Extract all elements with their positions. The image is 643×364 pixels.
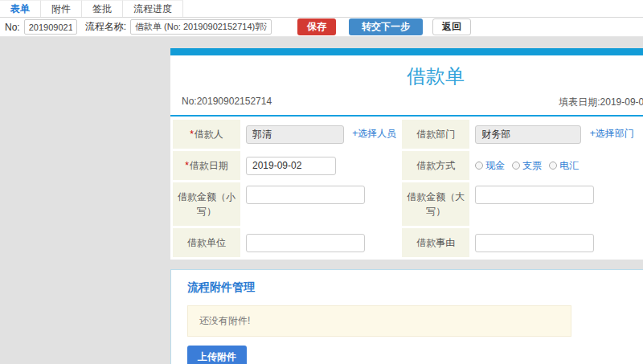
- tab-attachment[interactable]: 附件: [41, 0, 82, 17]
- table-row: 借款金额（小写） 借款金额（大写）: [173, 182, 643, 226]
- required-mark: *: [190, 129, 194, 140]
- process-name-input[interactable]: [130, 19, 272, 35]
- attachments-heading: 流程附件管理: [187, 280, 643, 295]
- cash-radio-label: 现金: [485, 159, 505, 173]
- unit-label-cell: 借款单位: [173, 228, 240, 257]
- unit-field-cell: [243, 228, 399, 257]
- required-mark: *: [185, 160, 189, 171]
- payment-method-radio-group: 现金 支票 电汇: [475, 159, 579, 173]
- loan-form-card: 借款单 No:20190902152714 填表日期:2019-09-02 15…: [170, 48, 643, 260]
- no-label: No:: [5, 22, 20, 33]
- panel-accent-bar: [170, 48, 643, 55]
- department-label: 借款部门: [416, 129, 455, 140]
- select-department-link[interactable]: +选择部门: [590, 128, 634, 139]
- form-meta-row: No:20190902152714 填表日期:2019-09-02 15:27:…: [170, 96, 643, 115]
- amount-big-field-cell: [472, 182, 643, 226]
- page-title: 借款单: [170, 55, 643, 96]
- tab-approval[interactable]: 签批: [82, 0, 123, 17]
- cash-radio[interactable]: 现金: [475, 159, 505, 173]
- table-row: *借款日期 借款方式 现金 支票 电汇: [173, 151, 643, 180]
- amount-small-field-cell: [243, 182, 399, 226]
- department-field-cell: +选择部门: [472, 120, 643, 149]
- cheque-radio-label: 支票: [522, 159, 542, 173]
- date-label: 借款日期: [190, 160, 228, 171]
- form-date-text: 填表日期:2019-09-02 15:27:14: [559, 96, 643, 109]
- date-label-cell: *借款日期: [173, 151, 240, 180]
- tab-form[interactable]: 表单: [0, 0, 41, 17]
- tab-bar: 表单 附件 签批 流程进度: [0, 0, 643, 18]
- tab-progress[interactable]: 流程进度: [123, 0, 183, 17]
- header: 表单 附件 签批 流程进度 No: 流程名称: 保存 转交下一步 返回: [0, 0, 643, 37]
- action-toolbar: No: 流程名称: 保存 转交下一步 返回: [0, 18, 643, 37]
- method-label: 借款方式: [416, 160, 455, 171]
- wire-radio-label: 电汇: [559, 159, 579, 173]
- method-label-cell: 借款方式: [402, 151, 469, 180]
- table-row: *借款人 +选择人员 借款部门 +选择部门: [173, 120, 643, 149]
- no-attachments-alert: 还没有附件!: [187, 305, 571, 337]
- process-name-label: 流程名称:: [85, 20, 126, 34]
- wire-radio[interactable]: 电汇: [549, 159, 579, 173]
- method-field-cell: 现金 支票 电汇: [472, 151, 643, 180]
- amount-small-label: 借款金额（小写）: [178, 191, 235, 217]
- unit-label: 借款单位: [187, 237, 226, 248]
- next-step-button[interactable]: 转交下一步: [349, 18, 423, 35]
- amount-small-input[interactable]: [246, 186, 365, 204]
- amount-small-label-cell: 借款金额（小写）: [173, 182, 240, 226]
- amount-big-label-cell: 借款金额（大写）: [402, 182, 469, 226]
- borrow-date-input[interactable]: [246, 157, 336, 175]
- loan-form-table: *借款人 +选择人员 借款部门 +选择部门 *借款日期: [170, 117, 643, 260]
- blue-divider: [170, 115, 643, 117]
- no-input[interactable]: [24, 19, 77, 35]
- reason-label: 借款事由: [416, 237, 455, 248]
- borrower-label-cell: *借款人: [173, 120, 240, 149]
- attachments-card: 流程附件管理 还没有附件! 上传附件: [170, 269, 643, 364]
- radio-icon: [475, 162, 483, 170]
- reason-field-cell: [472, 228, 643, 257]
- amount-big-input[interactable]: [475, 186, 594, 204]
- form-no-text: No:20190902152714: [182, 96, 272, 109]
- borrower-field-cell: +选择人员: [243, 120, 399, 149]
- department-label-cell: 借款部门: [402, 120, 469, 149]
- borrower-label: 借款人: [195, 129, 223, 140]
- cheque-radio[interactable]: 支票: [512, 159, 542, 173]
- save-button[interactable]: 保存: [297, 18, 336, 35]
- amount-big-label: 借款金额（大写）: [407, 191, 465, 217]
- table-row: 借款单位 借款事由: [173, 228, 643, 257]
- main-panel: 借款单 No:20190902152714 填表日期:2019-09-02 15…: [170, 48, 643, 364]
- radio-icon: [549, 162, 557, 170]
- reason-input[interactable]: [475, 234, 594, 252]
- reason-label-cell: 借款事由: [402, 228, 469, 257]
- unit-input[interactable]: [246, 234, 365, 252]
- radio-icon: [512, 162, 520, 170]
- department-input[interactable]: [475, 125, 581, 144]
- date-field-cell: [243, 151, 399, 180]
- borrower-input[interactable]: [246, 125, 344, 144]
- upload-attachment-button[interactable]: 上传附件: [187, 346, 247, 364]
- back-button[interactable]: 返回: [432, 18, 471, 35]
- select-person-link[interactable]: +选择人员: [352, 128, 396, 139]
